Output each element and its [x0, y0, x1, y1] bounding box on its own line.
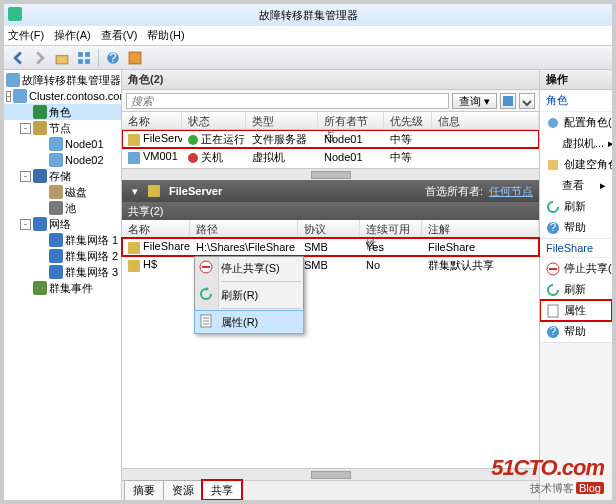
action-refresh[interactable]: 刷新 [540, 196, 612, 217]
actions-pane: 操作 角色 配置角色(R)... 虚拟机...▸ 创建空角色(E) 查看▸ 刷新… [540, 70, 612, 500]
grid-header: 名称 状态 类型 所有者节点 优先级 信息 [122, 112, 539, 130]
svg-rect-1 [78, 52, 83, 57]
properties-button[interactable] [125, 48, 145, 68]
expander-icon[interactable]: - [20, 219, 31, 230]
menu-action[interactable]: 操作(A) [54, 28, 91, 43]
action-configure-role[interactable]: 配置角色(R)... [540, 112, 612, 133]
col-note[interactable]: 注解 [422, 220, 539, 237]
grid-header: 名称 路径 协议 连续可用性 注解 [122, 220, 539, 238]
tree-nodes[interactable]: -节点 [4, 120, 121, 136]
svg-rect-3 [78, 59, 83, 64]
col-proto[interactable]: 协议 [298, 220, 360, 237]
back-button[interactable] [8, 48, 28, 68]
svg-rect-12 [548, 160, 558, 170]
tree-disks[interactable]: 磁盘 [4, 184, 121, 200]
fileserver-icon [148, 185, 160, 197]
help-icon: ? [546, 221, 560, 235]
configure-icon [546, 116, 560, 130]
status-down-icon [188, 153, 198, 163]
col-status[interactable]: 状态 [182, 112, 246, 129]
fileserver-icon [128, 134, 140, 146]
tree-node01[interactable]: Node01 [4, 136, 121, 152]
tree-net2[interactable]: 群集网络 2 [4, 248, 121, 264]
events-icon [33, 281, 47, 295]
tree-root[interactable]: 故障转移群集管理器 [4, 72, 121, 88]
tree-networks[interactable]: -网络 [4, 216, 121, 232]
h-scrollbar[interactable] [122, 168, 539, 180]
action-refresh2[interactable]: 刷新 [540, 279, 612, 300]
expander-icon[interactable]: - [6, 91, 11, 102]
chevron-down-icon[interactable]: ▾ [128, 184, 142, 198]
ctx-refresh[interactable]: 刷新(R) [195, 284, 303, 306]
refresh-icon [546, 200, 560, 214]
forward-button[interactable] [30, 48, 50, 68]
actions-group-fileshare: FileShare [540, 239, 612, 258]
col-info[interactable]: 信息 [432, 112, 539, 129]
tree-cluster[interactable]: -Cluster.contoso.com [4, 88, 121, 104]
svg-rect-7 [129, 52, 141, 64]
grid-button[interactable] [74, 48, 94, 68]
tab-share[interactable]: 共享 [202, 480, 242, 500]
tab-resource[interactable]: 资源 [163, 480, 203, 500]
action-help2[interactable]: ?帮助 [540, 321, 612, 342]
action-create-empty[interactable]: 创建空角色(E) [540, 154, 612, 175]
share-row[interactable]: H$ SMB No 群集默认共享 [122, 256, 539, 274]
menu-help[interactable]: 帮助(H) [147, 28, 184, 43]
ctx-stop-share[interactable]: 停止共享(S) [195, 257, 303, 279]
list-options-button[interactable] [519, 93, 535, 109]
tree-storage[interactable]: -存储 [4, 168, 121, 184]
action-properties[interactable]: 属性 [540, 300, 612, 321]
h-scrollbar[interactable] [122, 468, 539, 480]
save-query-button[interactable] [500, 93, 516, 109]
scrollbar-thumb[interactable] [311, 171, 351, 179]
col-priority[interactable]: 优先级 [384, 112, 432, 129]
tree-events[interactable]: 群集事件 [4, 280, 121, 296]
menu-bar: 文件(F) 操作(A) 查看(V) 帮助(H) [4, 26, 612, 46]
expander-icon[interactable]: - [20, 171, 31, 182]
tab-summary[interactable]: 摘要 [124, 480, 164, 500]
svg-text:?: ? [550, 221, 556, 233]
col-type[interactable]: 类型 [246, 112, 318, 129]
action-view[interactable]: 查看▸ [540, 175, 612, 196]
svg-rect-0 [56, 55, 68, 63]
nav-tree[interactable]: 故障转移群集管理器 -Cluster.contoso.com 角色 -节点 No… [4, 70, 122, 500]
menu-view[interactable]: 查看(V) [101, 28, 138, 43]
expander-icon[interactable]: - [20, 123, 31, 134]
ctx-properties[interactable]: 属性(R) [195, 311, 303, 333]
tree-pools[interactable]: 池 [4, 200, 121, 216]
network-icon [49, 249, 63, 263]
action-stop-share[interactable]: 停止共享(R) [540, 258, 612, 279]
role-row[interactable]: FileServer 正在运行 文件服务器 Node01 中等 [122, 130, 539, 148]
share-row[interactable]: FileShare H:\Shares\FileShare SMB Yes Fi… [122, 238, 539, 256]
col-name[interactable]: 名称 [122, 220, 190, 237]
menu-file[interactable]: 文件(F) [8, 28, 44, 43]
role-row[interactable]: VM001 关机 虚拟机 Node01 中等 [122, 148, 539, 166]
col-name[interactable]: 名称 [122, 112, 182, 129]
tree-roles[interactable]: 角色 [4, 104, 121, 120]
toolbar: ? [4, 46, 612, 70]
actions-group-roles: 角色 [540, 90, 612, 112]
query-button[interactable]: 查询 ▾ [452, 93, 497, 109]
search-bar: 查询 ▾ [122, 90, 539, 112]
scrollbar-thumb[interactable] [311, 471, 351, 479]
pref-owner-link[interactable]: 任何节点 [489, 184, 533, 199]
nodes-icon [33, 121, 47, 135]
up-button[interactable] [52, 48, 72, 68]
col-owner[interactable]: 所有者节点 [318, 112, 384, 129]
tree-net1[interactable]: 群集网络 1 [4, 232, 121, 248]
help-button[interactable]: ? [103, 48, 123, 68]
detail-title: FileServer [169, 185, 222, 197]
context-menu[interactable]: 停止共享(S) 刷新(R) 属性(R) [194, 256, 304, 334]
action-help[interactable]: ?帮助 [540, 217, 612, 238]
shares-grid: 名称 路径 协议 连续可用性 注解 FileShare H:\Shares\Fi… [122, 220, 539, 500]
search-input[interactable] [126, 93, 449, 109]
col-avail[interactable]: 连续可用性 [360, 220, 422, 237]
actions-header: 操作 [540, 70, 612, 90]
refresh-icon [199, 287, 215, 303]
tree-net3[interactable]: 群集网络 3 [4, 264, 121, 280]
action-vm[interactable]: 虚拟机...▸ [540, 133, 612, 154]
network-icon [33, 217, 47, 231]
tree-node02[interactable]: Node02 [4, 152, 121, 168]
stop-icon [546, 262, 560, 276]
col-path[interactable]: 路径 [190, 220, 298, 237]
